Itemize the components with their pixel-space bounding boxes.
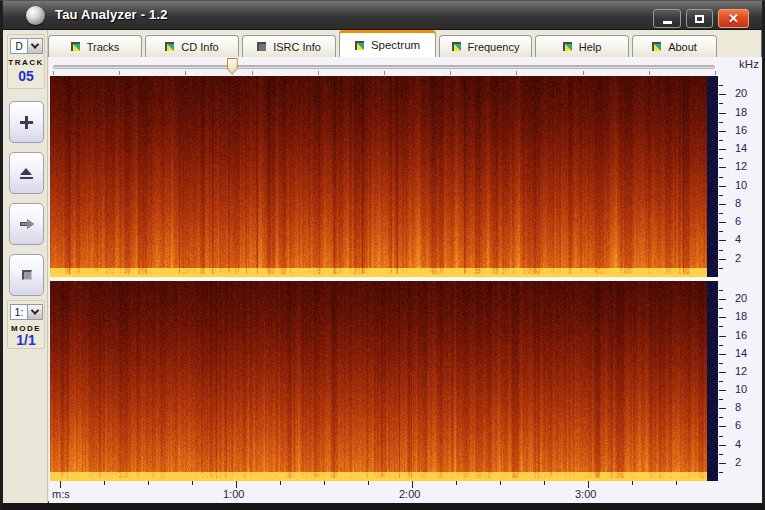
mode-combo-dropdown-button[interactable] <box>28 304 43 320</box>
freq-minor-tick <box>719 158 723 159</box>
freq-major-tick <box>719 167 726 168</box>
track-number: 05 <box>8 68 44 84</box>
freq-major-tick <box>719 94 726 95</box>
flag-icon <box>563 42 572 51</box>
slider-tick <box>516 71 517 75</box>
freq-major-tick <box>719 426 726 427</box>
tab-label: About <box>668 41 697 53</box>
freq-minor-tick <box>719 417 723 418</box>
tab-spectrum[interactable]: Spectrum <box>339 30 436 57</box>
slider-tick <box>53 71 54 75</box>
slider-tick <box>119 71 120 75</box>
maximize-icon <box>695 15 704 23</box>
time-minor-tick <box>104 481 105 485</box>
mode-combo[interactable]: 1: <box>10 304 43 320</box>
freq-minor-tick <box>719 326 723 327</box>
close-button[interactable]: ✕ <box>718 9 749 28</box>
slider-tick <box>715 71 716 75</box>
freq-minor-tick <box>719 268 723 269</box>
time-minor-tick <box>500 481 501 485</box>
freq-minor-tick <box>719 436 723 437</box>
track-panel: D TRACK 05 <box>7 34 45 89</box>
time-major-tick <box>236 481 237 488</box>
freq-minor-tick <box>719 85 723 86</box>
freq-major-tick <box>719 408 726 409</box>
maximize-button[interactable] <box>686 9 713 28</box>
next-track-button[interactable] <box>9 203 44 245</box>
freq-tick-label: 14 <box>735 142 747 154</box>
mode-value: 1/1 <box>8 332 44 348</box>
track-label: TRACK <box>8 58 44 67</box>
time-minor-tick <box>456 481 457 485</box>
tab-cd-info[interactable]: CD Info <box>145 35 239 57</box>
app-window: Tau Analyzer - 1.2 ✕ TracksCD InfoISRC I… <box>0 0 765 510</box>
window-title: Tau Analyzer - 1.2 <box>55 7 168 22</box>
stop-button[interactable] <box>9 254 44 296</box>
track-combo[interactable]: D <box>10 38 43 54</box>
tab-label: Spectrum <box>371 39 420 51</box>
slider-tick <box>252 71 253 75</box>
time-tick-label: 2:00 <box>399 488 420 500</box>
time-tick-label: 1:00 <box>223 488 244 500</box>
spectrogram-channel-1 <box>50 76 718 277</box>
freq-tick-label: 20 <box>735 292 747 304</box>
stop-icon <box>22 270 32 280</box>
freq-minor-tick <box>719 103 723 104</box>
tab-help[interactable]: Help <box>535 35 629 57</box>
freq-tick-label: 12 <box>735 160 747 172</box>
tab-bar: TracksCD InfoISRC InfoSpectrumFrequencyH… <box>48 30 762 57</box>
plus-icon <box>20 116 33 129</box>
time-major-tick <box>412 481 413 488</box>
freq-major-tick <box>719 149 726 150</box>
slider-tick <box>185 71 186 75</box>
freq-tick-label: 18 <box>735 310 747 322</box>
tab-frequency[interactable]: Frequency <box>439 35 532 57</box>
title-bar[interactable]: Tau Analyzer - 1.2 ✕ <box>3 1 762 30</box>
time-minor-tick <box>324 481 325 485</box>
freq-tick-label: 2 <box>735 252 741 264</box>
slider-tick <box>583 71 584 75</box>
freq-major-tick <box>719 186 726 187</box>
eject-icon <box>20 168 33 179</box>
freq-major-tick <box>719 204 726 205</box>
freq-tick-label: 10 <box>735 179 747 191</box>
tab-tracks[interactable]: Tracks <box>48 35 142 57</box>
arrow-right-icon <box>20 219 34 230</box>
position-slider-thumb[interactable] <box>227 58 238 75</box>
chevron-down-icon <box>31 40 39 48</box>
time-minor-tick <box>632 481 633 485</box>
track-combo-dropdown-button[interactable] <box>28 38 43 54</box>
minimize-button[interactable] <box>653 9 681 28</box>
time-minor-tick <box>544 481 545 485</box>
position-slider-track[interactable] <box>53 65 715 69</box>
add-track-button[interactable] <box>9 101 44 143</box>
flag-icon <box>452 42 461 51</box>
eject-button[interactable] <box>9 152 44 194</box>
freq-tick-label: 8 <box>735 197 741 209</box>
minimize-icon <box>663 21 672 24</box>
time-major-tick <box>588 481 589 488</box>
time-minor-tick <box>148 481 149 485</box>
freq-major-tick <box>719 354 726 355</box>
freq-minor-tick <box>719 308 723 309</box>
spectrogram-channel-2 <box>50 281 718 481</box>
freq-major-tick <box>719 131 726 132</box>
slider-thumb-face <box>228 59 237 74</box>
tab-label: CD Info <box>181 41 218 53</box>
freq-minor-tick <box>719 399 723 400</box>
chevron-down-icon <box>31 306 39 314</box>
freq-tick-label: 10 <box>735 383 747 395</box>
time-minor-tick <box>368 481 369 485</box>
freq-major-tick <box>719 336 726 337</box>
freq-minor-tick <box>719 231 723 232</box>
time-minor-tick <box>192 481 193 485</box>
flag-icon <box>165 42 174 51</box>
tab-about[interactable]: About <box>632 35 717 57</box>
freq-minor-tick <box>719 290 723 291</box>
freq-major-tick <box>719 113 726 114</box>
freq-minor-tick <box>719 472 723 473</box>
tab-isrc-info[interactable]: ISRC Info <box>242 35 336 57</box>
gray-flag-icon <box>257 42 266 51</box>
time-minor-tick <box>280 481 281 485</box>
freq-minor-tick <box>719 345 723 346</box>
